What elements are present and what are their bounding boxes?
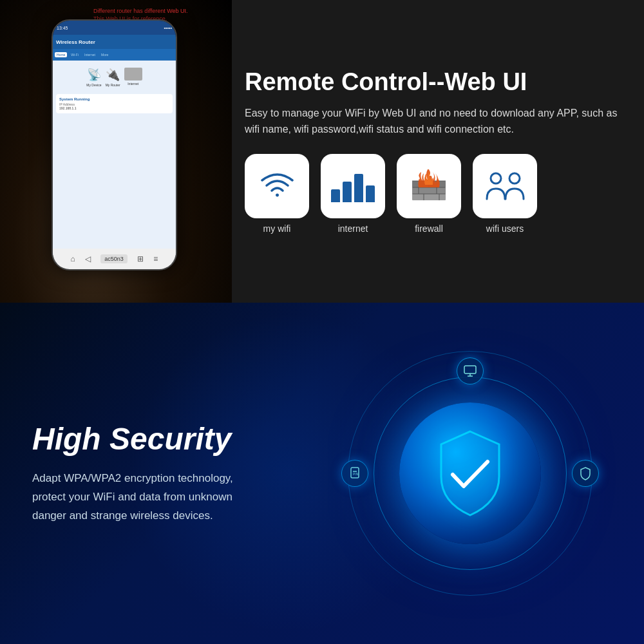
phone-internet-label: Internet <box>128 82 138 86</box>
main-description: Easy to manage your WiFi by Web UI and n… <box>245 105 618 138</box>
phone-system-status: System Running <box>59 97 169 101</box>
security-title: High Security <box>32 421 233 457</box>
left-content: High Security Adapt WPA/WPA2 encryption … <box>0 395 265 551</box>
phone-area: Different router has different Web UI. T… <box>0 0 232 303</box>
small-shield-icon <box>579 466 592 480</box>
wifi-users-label: wifi users <box>486 223 524 234</box>
bar-4 <box>366 185 375 202</box>
phone-content: 📡 My Device 🔌 My Router Internet System … <box>53 61 176 255</box>
security-description: Adapt WPA/WPA2 encryption technology, pr… <box>32 469 233 526</box>
wifi-icon <box>260 171 295 200</box>
internet-icon-box <box>321 154 385 218</box>
bar-2 <box>343 182 352 202</box>
phone-mockup: 13:45 ▪▪▪▪▪ Wireless Router Home Wi-Fi I… <box>52 19 177 270</box>
feature-internet: internet <box>321 154 385 234</box>
svg-rect-13 <box>464 366 476 374</box>
main-title: Remote Control--Web UI <box>245 69 618 96</box>
top-section: Different router has different Web UI. T… <box>0 0 644 303</box>
phone-nav-internet[interactable]: Internet <box>82 52 97 57</box>
firewall-icon-box <box>397 154 461 218</box>
orbit-node-left: PIN <box>341 460 368 487</box>
wifi-icon-box <box>245 154 309 218</box>
phone-internet-item: Internet <box>124 68 142 87</box>
phone-bottom-bar: ⌂ ◁ ac50n3 ⊞ ≡ <box>53 249 176 269</box>
globe-center <box>399 402 541 544</box>
phone-device-item: 📡 My Device <box>86 68 101 87</box>
phone-device-grid: 📡 My Device 🔌 My Router Internet <box>56 64 173 91</box>
globe-visual: PIN <box>335 338 605 609</box>
phone-recent-btn: ac50n3 <box>100 254 128 263</box>
wifi-label: my wifi <box>263 223 291 234</box>
feature-icons-row: my wifi internet <box>245 154 618 234</box>
phone-router-icon: 🔌 <box>106 68 120 82</box>
phone-nav-wifi[interactable]: Wi-Fi <box>69 52 80 57</box>
firewall-icon <box>410 168 448 204</box>
phone-ip-value: 192.168.1.1 <box>59 106 169 110</box>
monitor-icon <box>463 365 477 377</box>
right-content: Remote Control--Web UI Easy to manage yo… <box>232 56 644 247</box>
users-icon <box>484 168 526 204</box>
feature-wifi: my wifi <box>245 154 309 234</box>
shield-svg <box>428 428 512 518</box>
feature-wifi-users: wifi users <box>473 154 537 234</box>
svg-point-12 <box>509 173 520 184</box>
phone-apps-btn: ⊞ <box>137 254 144 263</box>
svg-rect-1 <box>412 194 446 200</box>
phone-info-box: System Running IP Address 192.168.1.1 <box>56 94 173 113</box>
phone-nav: Home Wi-Fi Internet More <box>53 49 176 61</box>
phone-device-label: My Device <box>86 83 101 87</box>
bottom-section: High Security Adapt WPA/WPA2 encryption … <box>0 303 644 644</box>
pin-icon: PIN <box>348 466 361 480</box>
phone-internet-icon <box>124 68 142 80</box>
phone-router-item: 🔌 My Router <box>106 68 120 87</box>
bar-3 <box>354 174 363 202</box>
bar-1 <box>331 189 340 202</box>
feature-firewall: firewall <box>397 154 461 234</box>
internet-label: internet <box>338 223 368 234</box>
phone-nav-home[interactable]: Home <box>55 52 67 57</box>
phone-menu-btn: ≡ <box>153 254 158 263</box>
phone-back-btn: ◁ <box>85 254 91 263</box>
svg-rect-0 <box>412 187 446 194</box>
phone-nav-settings[interactable]: More <box>99 52 110 57</box>
svg-point-11 <box>491 173 501 184</box>
phone-router-label: My Router <box>106 83 120 87</box>
phone-status-bar: 13:45 ▪▪▪▪▪ <box>53 21 176 35</box>
phone-wifi-icon: 📡 <box>87 68 101 82</box>
phone-header: Wireless Router <box>53 35 176 49</box>
firewall-label: firewall <box>415 223 443 234</box>
phone-home-btn: ⌂ <box>71 254 75 263</box>
wifi-users-icon-box <box>473 154 537 218</box>
svg-text:PIN: PIN <box>353 472 359 476</box>
bar-chart-icon <box>331 170 375 202</box>
orbit-node-top <box>457 357 484 384</box>
orbit-node-right <box>572 460 599 487</box>
